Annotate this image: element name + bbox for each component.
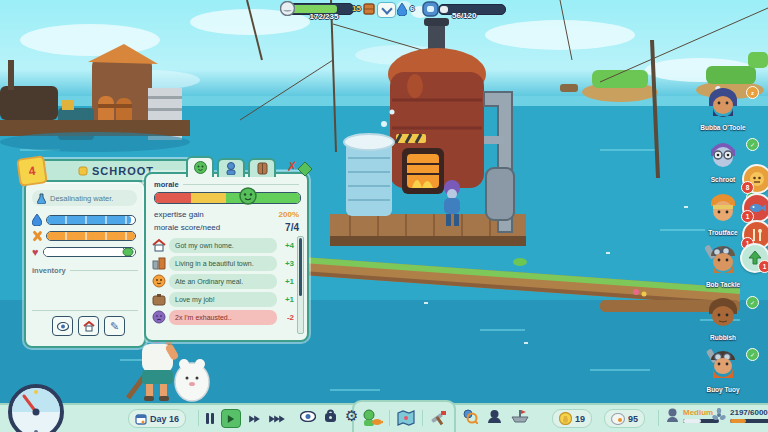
inventory-section-label: inventory [32, 266, 138, 275]
eye-icon [57, 322, 69, 331]
morale-label: morale [154, 180, 299, 189]
fastest-forward-button[interactable] [268, 414, 286, 424]
divider [658, 410, 659, 426]
plastic-value: 95 [628, 414, 638, 424]
crew-member[interactable]: ✓ Rubbish [691, 296, 755, 341]
doubloon-icon [559, 412, 572, 425]
pet-creature[interactable] [175, 359, 209, 401]
score-label: morale score/need [154, 223, 220, 232]
heart-icon: ♥ [32, 246, 39, 258]
morale-entry: 2x I'm exhausted.. -2 [152, 308, 294, 326]
portrait-bob-tackle [705, 243, 741, 277]
morale-alert-button[interactable]: 8 [742, 164, 768, 194]
journal-icon [257, 162, 268, 175]
play-button[interactable] [221, 409, 241, 428]
divider [32, 310, 138, 311]
morale-bar [154, 192, 301, 204]
expertise-label: expertise gain [154, 210, 204, 219]
alert-count: 8 [741, 181, 754, 194]
character-level-badge: 4 [16, 155, 48, 187]
drifter-icon [225, 162, 237, 175]
build-button[interactable] [429, 409, 447, 427]
research-button[interactable] [462, 408, 478, 424]
tab-drifter[interactable] [217, 158, 245, 177]
shirt-icon [78, 166, 88, 176]
droplet-icon [32, 214, 42, 226]
upgrade-alert-button[interactable]: 1 [740, 243, 768, 273]
crew-name: Rubbish [691, 334, 755, 341]
panel-footer-buttons: ✎ [52, 316, 125, 336]
bug-icon [122, 247, 134, 257]
play-icon [228, 415, 234, 423]
morale-entries: Got my own home. +4 Living in a beautifu… [152, 236, 294, 326]
job-icon [152, 292, 166, 306]
crew-name: Bubba O'Toole [691, 124, 755, 131]
speed-controls [206, 409, 286, 428]
flask-icon [37, 193, 46, 204]
alert-count: 1 [758, 260, 768, 273]
status-badge-working: ✓ [746, 296, 759, 309]
game-screen: 172/235 15 6 56/120 4 SCHROOT Desa [0, 0, 768, 432]
view-buttons: ⚙ [300, 409, 358, 423]
crew-name: Bob Tackle [691, 281, 755, 288]
day-night-dial[interactable] [8, 384, 64, 432]
crew-member[interactable]: ✓ Buoy Tuoy [691, 348, 755, 393]
portrait-troutface [705, 191, 741, 225]
garbage-value: 2197/6000 [730, 408, 768, 417]
pause-button[interactable] [206, 413, 214, 424]
meal-icon [152, 274, 166, 288]
status-text: Desalinating water. [50, 194, 113, 203]
pencil-icon: ✎ [110, 320, 119, 333]
chevron-down-icon [381, 3, 392, 14]
water-count: 6 [410, 4, 414, 13]
fast-forward-button[interactable] [248, 414, 261, 424]
left-town [0, 44, 190, 152]
tab-morale[interactable] [186, 156, 214, 177]
status-pill: Desalinating water. [32, 190, 137, 206]
morale-entry: Living in a beautiful town. +3 [152, 254, 294, 272]
crew-member[interactable]: z Bubba O'Toole [691, 86, 755, 131]
garbage-indicator: 2197/6000 [712, 408, 768, 423]
salvage-value: 56/120 [452, 11, 476, 20]
close-button[interactable]: ✗ [284, 158, 300, 174]
fish-alert-button[interactable]: 1 [742, 193, 768, 223]
crew-name: Buoy Tuoy [691, 386, 755, 393]
backpack-button[interactable] [324, 409, 337, 423]
morale-entry: Got my own home. +4 [152, 236, 294, 254]
salvage-bar: 56/120 [438, 4, 504, 13]
droplet-icon [397, 3, 407, 16]
crew-button[interactable] [487, 409, 502, 424]
town-icon [152, 256, 166, 270]
eye-button[interactable] [300, 411, 316, 422]
garbage-propeller-icon [712, 408, 726, 422]
watch-button[interactable] [52, 316, 73, 336]
rename-button[interactable]: ✎ [104, 316, 125, 336]
drifters-button[interactable] [361, 409, 383, 427]
leaf-icon [298, 162, 312, 176]
doubloons-counter: 19 [552, 409, 592, 428]
plastic-icon [611, 413, 625, 425]
day-counter: Day 16 [128, 409, 186, 428]
hud-dropdown-button[interactable] [377, 2, 396, 18]
day-label: Day 16 [150, 414, 179, 424]
ship-button[interactable] [511, 409, 529, 423]
calendar-icon [135, 413, 147, 425]
settings-gear-button[interactable]: ⚙ [345, 409, 358, 423]
diver-icon [422, 0, 439, 17]
manage-buttons [462, 408, 529, 424]
entries-scrollbar[interactable] [297, 236, 304, 334]
attractiveness-icon [666, 408, 679, 423]
need-hydration [32, 214, 136, 226]
dock-tab [352, 400, 456, 432]
morale-marker-face-icon [238, 186, 258, 206]
home-icon [152, 238, 166, 252]
tab-journal[interactable] [248, 158, 276, 177]
map-button[interactable] [397, 410, 415, 426]
exhausted-icon [152, 310, 166, 324]
home-button[interactable] [78, 316, 99, 336]
need-hunger [32, 230, 136, 242]
morale-entry: Ate an Ordinary meal. +1 [152, 272, 294, 290]
portrait-buoy-tuoy [705, 348, 741, 382]
divider [198, 410, 199, 426]
expertise-value: 200% [279, 210, 299, 219]
